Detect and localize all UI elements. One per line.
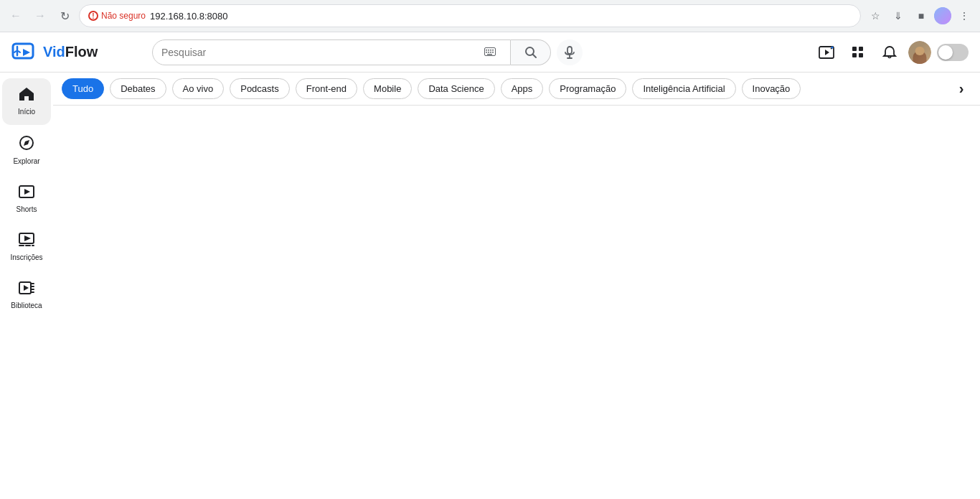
svg-rect-10 — [487, 54, 492, 55]
profile-avatar[interactable] — [908, 41, 931, 64]
sidebar-item-inicio[interactable]: Início — [2, 78, 51, 125]
bookmark-button[interactable]: ☆ — [865, 6, 885, 26]
url-text: 192.168.10.8:8080 — [150, 11, 852, 22]
browser-actions: ☆ ⇓ ■ ⋮ — [865, 6, 974, 26]
svg-marker-25 — [24, 140, 29, 146]
profile-avatar-image — [908, 41, 931, 64]
security-warning: ! Não seguro — [88, 11, 146, 21]
sidebar-item-inscricoes[interactable]: Inscrições — [2, 224, 51, 271]
main-content: Início Explorar Shorts — [0, 73, 980, 499]
upload-button[interactable] — [814, 39, 839, 65]
category-chip-apps[interactable]: Apps — [501, 78, 544, 99]
browser-toolbar: ← → ↻ ! Não seguro 192.168.10.8:8080 ☆ ⇓… — [0, 0, 980, 32]
video-grid — [53, 106, 980, 499]
extensions-button[interactable]: ■ — [911, 6, 931, 26]
browser-menu-button[interactable]: ⋮ — [954, 6, 974, 26]
shorts-icon — [19, 185, 34, 202]
notifications-button[interactable] — [877, 39, 903, 65]
svg-rect-2 — [486, 50, 487, 51]
category-chip-programacao[interactable]: Programação — [549, 78, 626, 99]
svg-point-19 — [831, 46, 834, 48]
browser-chrome: ← → ↻ ! Não seguro 192.168.10.8:8080 ☆ ⇓… — [0, 0, 980, 32]
chevron-right-icon: › — [959, 80, 964, 97]
sidebar-item-biblioteca[interactable]: Biblioteca — [2, 272, 51, 319]
sidebar-label-shorts: Shorts — [17, 205, 37, 214]
sidebar: Início Explorar Shorts — [0, 73, 53, 499]
svg-rect-21 — [859, 47, 863, 51]
svg-marker-17 — [825, 50, 829, 55]
category-chip-debates[interactable]: Debates — [110, 78, 166, 99]
sidebar-item-shorts[interactable]: Shorts — [2, 176, 51, 223]
svg-rect-23 — [859, 53, 863, 57]
categories-bar: Tudo Debates Ao vivo Podcasts Front-end … — [53, 73, 980, 106]
category-chip-front-end[interactable]: Front-end — [296, 78, 357, 99]
reload-button[interactable]: ↻ — [55, 6, 75, 26]
keyboard-icon-button[interactable] — [479, 47, 501, 58]
logo-flow: Flow — [65, 44, 98, 60]
logo-area[interactable]: VidFlow — [11, 39, 141, 65]
sidebar-label-explorar: Explorar — [13, 157, 39, 166]
svg-rect-5 — [492, 50, 494, 51]
svg-rect-22 — [852, 53, 857, 57]
sidebar-label-inscricoes: Inscrições — [10, 253, 42, 262]
forward-button[interactable]: → — [30, 6, 50, 26]
svg-rect-3 — [488, 50, 489, 51]
search-area — [152, 39, 583, 65]
browser-profile-icon[interactable] — [934, 7, 951, 24]
home-icon — [19, 87, 34, 105]
logo-text: VidFlow — [43, 44, 98, 60]
header-actions — [814, 39, 969, 65]
category-chip-podcasts[interactable]: Podcasts — [230, 78, 289, 99]
svg-rect-7 — [488, 52, 489, 53]
content-area: Tudo Debates Ao vivo Podcasts Front-end … — [53, 73, 980, 499]
app-header: VidFlow — [0, 32, 980, 73]
categories-scroll-right-button[interactable]: › — [951, 79, 971, 99]
security-text: Não seguro — [101, 11, 146, 21]
sidebar-item-explorar[interactable]: Explorar — [2, 126, 51, 174]
svg-rect-8 — [490, 52, 491, 53]
back-button[interactable]: ← — [6, 6, 26, 26]
security-icon: ! — [88, 11, 98, 21]
svg-rect-6 — [486, 52, 487, 53]
sidebar-label-biblioteca: Biblioteca — [11, 302, 42, 310]
category-chip-mobile[interactable]: Mobile — [363, 78, 412, 99]
search-input-wrapper[interactable] — [152, 39, 511, 65]
svg-marker-29 — [24, 235, 31, 241]
category-chip-inteligencia-artificial[interactable]: Inteligência Artificial — [632, 78, 735, 99]
svg-rect-9 — [492, 52, 494, 53]
category-chip-ao-vivo[interactable]: Ao vivo — [172, 78, 225, 99]
explore-icon — [19, 135, 34, 154]
apps-grid-button[interactable] — [845, 39, 871, 65]
svg-line-12 — [532, 54, 536, 57]
category-chip-inovacao[interactable]: Inovação — [742, 78, 801, 99]
browser-profile-avatar — [934, 7, 951, 24]
app-container: VidFlow — [0, 32, 980, 499]
subscriptions-icon — [19, 233, 34, 251]
mic-button[interactable] — [557, 39, 583, 65]
download-button[interactable]: ⇓ — [888, 6, 908, 26]
category-chip-data-science[interactable]: Data Science — [418, 78, 494, 99]
logo-vid: Vid — [43, 44, 65, 60]
search-input[interactable] — [161, 47, 479, 58]
library-icon — [19, 281, 34, 299]
toggle-knob — [938, 45, 953, 60]
svg-marker-27 — [24, 189, 30, 195]
theme-toggle[interactable] — [937, 44, 969, 61]
svg-rect-13 — [567, 47, 572, 54]
sidebar-label-inicio: Início — [18, 108, 35, 116]
svg-marker-34 — [24, 285, 29, 291]
search-button[interactable] — [511, 39, 551, 65]
category-chip-tudo[interactable]: Tudo — [62, 78, 104, 99]
address-bar[interactable]: ! Não seguro 192.168.10.8:8080 — [79, 4, 861, 27]
logo-icon — [11, 39, 37, 65]
svg-rect-20 — [852, 47, 857, 51]
svg-rect-4 — [490, 50, 491, 51]
